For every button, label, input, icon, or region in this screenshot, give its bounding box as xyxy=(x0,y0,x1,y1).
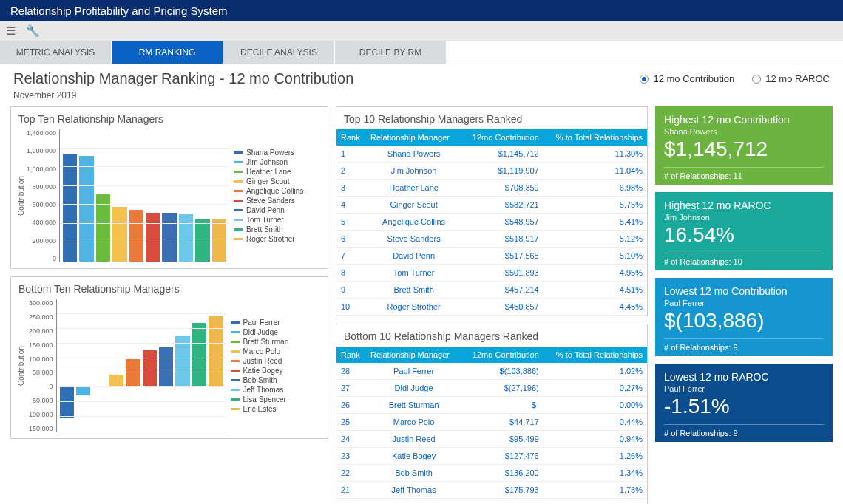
legend-item[interactable]: Ginger Scout xyxy=(234,177,303,185)
top-table[interactable]: RankRelationship Manager12mo Contributio… xyxy=(336,129,647,316)
legend-item[interactable]: Marco Polo xyxy=(231,347,289,355)
legend-item[interactable]: Angelique Collins xyxy=(234,187,303,195)
col-header[interactable]: Relationship Manager xyxy=(366,129,461,146)
legend-item[interactable]: Shana Powers xyxy=(234,149,303,157)
tab-rm-ranking[interactable]: RM RANKING xyxy=(112,41,223,64)
col-header[interactable]: 12mo Contribution xyxy=(461,129,544,146)
bar[interactable] xyxy=(112,207,126,262)
kpi-card[interactable]: Lowest 12 mo ContributionPaul Ferrer$(10… xyxy=(655,278,833,356)
tabs: METRIC ANALYSISRM RANKINGDECILE ANALYSIS… xyxy=(0,41,843,64)
legend-item[interactable]: Heather Lane xyxy=(234,168,303,176)
bar[interactable] xyxy=(143,299,157,432)
legend-item[interactable]: Brett Smith xyxy=(234,225,303,234)
bar[interactable] xyxy=(162,213,176,262)
kpi-title: Lowest 12 mo RAROC xyxy=(664,371,824,383)
radio-label: 12 mo RAROC xyxy=(765,73,830,84)
tab-decile-analysis[interactable]: DECILE ANALYSIS xyxy=(223,41,334,64)
kpi-title: Highest 12 mo Contribution xyxy=(664,114,824,126)
app-header: Relationship Profitability and Pricing S… xyxy=(0,0,843,21)
table-row[interactable]: 24Justin Reed$95,4990.94% xyxy=(336,431,647,448)
bottom-table-panel: Bottom 10 Relationship Managers Ranked R… xyxy=(336,324,648,504)
legend-item[interactable]: Paul Ferrer xyxy=(231,319,289,327)
table-row[interactable]: 10Roger Strother$450,8574.45% xyxy=(336,299,647,316)
col-header[interactable]: Relationship Manager xyxy=(366,347,461,363)
bar[interactable] xyxy=(146,213,160,262)
bar[interactable] xyxy=(129,210,143,262)
kpi-card[interactable]: Highest 12 mo ContributionShana Powers$1… xyxy=(655,106,833,185)
tab-metric-analysis[interactable]: METRIC ANALYSIS xyxy=(0,41,111,64)
table-row[interactable]: 23Katie Bogey$127,4761.26% xyxy=(336,448,647,465)
kpi-card[interactable]: Lowest 12 mo RAROCPaul Ferrer-1.51%# of … xyxy=(655,364,833,442)
bar[interactable] xyxy=(159,299,173,432)
legend-item[interactable]: Eric Estes xyxy=(231,405,289,413)
kpi-footer: # of Relationships: 11 xyxy=(664,167,824,180)
y-axis-ticks: 300,000250,000200,000150,000100,00050,00… xyxy=(27,299,56,432)
table-row[interactable]: 28Paul Ferrer$(103,886)-1.02% xyxy=(336,363,647,380)
table-row[interactable]: 27Didi Judge$(27,196)-0.27% xyxy=(336,380,647,397)
bar[interactable] xyxy=(175,299,189,432)
legend-item[interactable]: Lisa Spencer xyxy=(231,395,289,403)
bar[interactable] xyxy=(92,299,106,432)
bar[interactable] xyxy=(76,299,90,432)
table-row[interactable]: 26Brett Sturman$-0.00% xyxy=(336,397,647,414)
kpi-title: Highest 12 mo RAROC xyxy=(664,200,824,211)
wrench-icon[interactable]: 🔧 xyxy=(26,24,40,38)
panel-title: Bottom 10 Relationship Managers Ranked xyxy=(336,324,647,347)
legend-item[interactable]: Tom Turner xyxy=(234,216,303,224)
chart-plot[interactable] xyxy=(59,129,229,262)
col-header[interactable]: % to Total Relationships xyxy=(544,347,647,363)
bar[interactable] xyxy=(209,299,223,432)
bar[interactable] xyxy=(63,154,77,262)
bar[interactable] xyxy=(192,299,206,432)
table-row[interactable]: 7David Penn$517,5655.10% xyxy=(336,248,647,265)
legend-item[interactable]: Bob Smith xyxy=(231,376,289,384)
chart-plot[interactable] xyxy=(56,299,226,432)
panel-title: Top 10 Relationship Managers Ranked xyxy=(336,107,647,129)
kpi-card[interactable]: Highest 12 mo RAROCJim Johnson16.54%# of… xyxy=(655,192,833,270)
top-chart-panel: Top Ten Relationship Managers Contributi… xyxy=(10,106,328,269)
radio-12mo-contribution[interactable]: 12 mo Contribution xyxy=(640,73,734,84)
bar[interactable] xyxy=(126,299,140,432)
table-row[interactable]: 2Jim Johnson$1,119,90711.04% xyxy=(336,163,647,180)
bar[interactable] xyxy=(212,219,226,262)
tab-decile-by-rm[interactable]: DECILE BY RM xyxy=(335,41,446,64)
table-row[interactable]: 3Heather Lane$708,3596.98% xyxy=(336,180,647,197)
col-header[interactable]: % to Total Relationships xyxy=(544,129,647,146)
view-radio-group: 12 mo Contribution 12 mo RAROC xyxy=(640,73,830,84)
table-row[interactable]: 9Brett Smith$457,2144.51% xyxy=(336,282,647,299)
table-row[interactable]: 5Angelique Collins$548,9575.41% xyxy=(336,214,647,231)
legend-item[interactable]: Katie Bogey xyxy=(231,367,289,375)
radio-12mo-raroc[interactable]: 12 mo RAROC xyxy=(752,73,830,84)
table-row[interactable]: 20Lisa Spencer$220,5442.17% xyxy=(336,499,647,505)
bar[interactable] xyxy=(195,219,209,262)
bar[interactable] xyxy=(60,299,74,432)
menu-icon[interactable]: ☰ xyxy=(6,24,16,38)
bar[interactable] xyxy=(79,156,93,262)
kpi-footer: # of Relationships: 10 xyxy=(664,253,824,266)
legend-item[interactable]: David Penn xyxy=(234,206,303,214)
legend-item[interactable]: Didi Judge xyxy=(231,328,289,336)
col-header[interactable]: Rank xyxy=(336,347,366,363)
table-row[interactable]: 8Tom Turner$501,8934.95% xyxy=(336,265,647,282)
bottom-table[interactable]: RankRelationship Manager12mo Contributio… xyxy=(336,347,647,504)
legend-item[interactable]: Jim Johnson xyxy=(234,158,303,166)
y-axis-label: Contribution xyxy=(16,299,27,432)
legend-item[interactable]: Brett Sturman xyxy=(231,338,289,346)
col-header[interactable]: Rank xyxy=(336,129,366,146)
legend-item[interactable]: Roger Strother xyxy=(234,235,303,243)
bar[interactable] xyxy=(109,299,123,432)
bar[interactable] xyxy=(179,214,193,262)
table-row[interactable]: 21Jeff Thomas$175,7931.73% xyxy=(336,482,647,499)
panel-title: Bottom Ten Relationship Managers xyxy=(11,277,328,299)
legend-item[interactable]: Justin Reed xyxy=(231,357,289,365)
col-header[interactable]: 12mo Contribution xyxy=(461,347,544,363)
legend-item[interactable]: Jeff Thomas xyxy=(231,386,289,394)
table-row[interactable]: 25Marco Polo$44,7170.44% xyxy=(336,414,647,431)
chart-legend: Paul FerrerDidi JudgeBrett SturmanMarco … xyxy=(231,299,289,432)
table-row[interactable]: 4Ginger Scout$582,7215.75% xyxy=(336,197,647,214)
kpi-footer: # of Relationships: 9 xyxy=(664,424,824,437)
table-row[interactable]: 6Steve Sanders$518,9175.12% xyxy=(336,231,647,248)
table-row[interactable]: 1Shana Powers$1,145,71211.30% xyxy=(336,146,647,163)
legend-item[interactable]: Steve Sanders xyxy=(234,197,303,205)
table-row[interactable]: 22Bob Smith$136,2001.34% xyxy=(336,465,647,482)
